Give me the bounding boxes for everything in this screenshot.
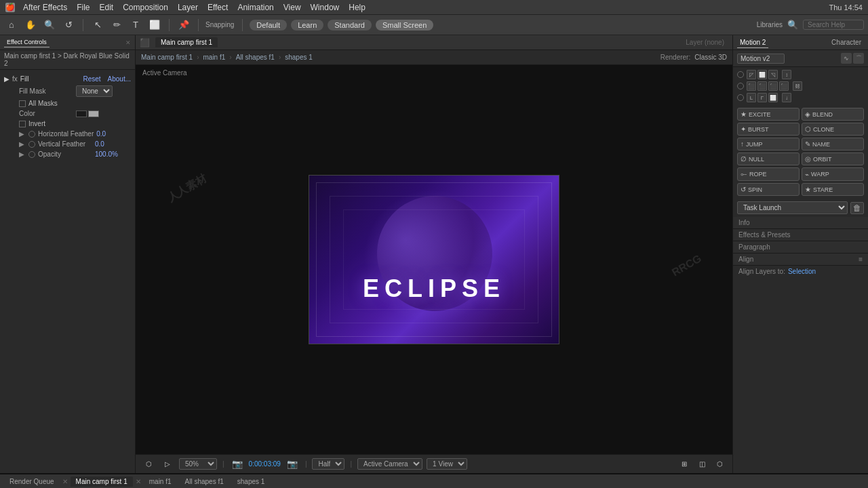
- preset-excite-btn[interactable]: ★ EXCITE: [737, 108, 800, 121]
- tl-tab-all-shapes[interactable]: All shapes f1: [180, 476, 229, 487]
- menu-window[interactable]: Window: [311, 3, 340, 12]
- nav-main-f1[interactable]: main f1: [203, 54, 225, 61]
- motion-ctrl-arrow[interactable]: ↕: [782, 70, 791, 79]
- toolbar-rotate-btn[interactable]: ↺: [61, 18, 76, 33]
- swatch-dark[interactable]: [76, 110, 87, 117]
- vc-grid-btn[interactable]: ⊞: [677, 457, 692, 472]
- vc-camera-select[interactable]: Active Camera: [357, 458, 422, 470]
- motion-ctrl-r2-3[interactable]: ⬛: [768, 81, 778, 91]
- tl-tab-main-f1[interactable]: main f1: [144, 476, 177, 487]
- menu-animation[interactable]: Animation: [237, 3, 273, 12]
- motion-wave-icon[interactable]: ⌒: [853, 53, 864, 64]
- comp-tab-main[interactable]: Main camp first 1: [155, 37, 218, 47]
- preset-jump-btn[interactable]: ↑ JUMP: [737, 138, 800, 150]
- all-masks-checkbox[interactable]: [19, 100, 26, 107]
- motion-ctrl-squaretr[interactable]: ◹: [768, 70, 778, 79]
- invert-checkbox[interactable]: [19, 121, 26, 127]
- toolbar-pin-btn[interactable]: 📌: [176, 18, 191, 33]
- toolbar-search-icon[interactable]: 🔍: [785, 18, 800, 33]
- vc-view-select[interactable]: 1 View: [427, 458, 467, 470]
- effects-presets-section[interactable]: Effects & Presets: [733, 229, 868, 241]
- reset-btn[interactable]: Reset: [83, 75, 100, 83]
- menu-composition[interactable]: Composition: [123, 3, 168, 12]
- align-menu-icon[interactable]: ≡: [859, 256, 863, 263]
- menu-effect[interactable]: Effect: [208, 3, 228, 12]
- vc-timecode[interactable]: 0:00:03:09: [249, 460, 281, 468]
- vert-feather-value[interactable]: 0.0: [95, 140, 104, 148]
- preset-name-btn[interactable]: ✎ NAME: [802, 138, 864, 150]
- task-delete-btn[interactable]: 🗑: [850, 202, 864, 214]
- horiz-feather-value[interactable]: 0.0: [96, 130, 106, 138]
- align-section[interactable]: Align ≡: [733, 253, 868, 266]
- motion-ctrl-r2-4[interactable]: ⬛: [779, 81, 789, 91]
- vc-zoom-select[interactable]: 50% 100%: [179, 458, 217, 470]
- toolbar-home-btn[interactable]: ⌂: [4, 18, 19, 33]
- nav-all-shapes[interactable]: All shapes f1: [236, 54, 275, 61]
- tab-effect-controls[interactable]: Effect Controls: [4, 37, 50, 47]
- tl-close-render[interactable]: ✕: [62, 478, 68, 485]
- preset-warp-btn[interactable]: ⌁ WARP: [802, 167, 864, 181]
- menu-file[interactable]: File: [77, 3, 90, 12]
- swatch-light[interactable]: [88, 110, 99, 117]
- radio-1-1[interactable]: [737, 71, 744, 78]
- workspace-smallscreen-btn[interactable]: Small Screen: [376, 20, 433, 30]
- color-swatch[interactable]: [76, 110, 99, 117]
- tab-character[interactable]: Character: [829, 37, 864, 47]
- motion-ctrl-r3-2[interactable]: Γ: [757, 93, 767, 102]
- preset-rope-btn[interactable]: ⟜ ROPE: [737, 167, 800, 181]
- motion-version-select[interactable]: Motion v2: [737, 54, 785, 64]
- toolbar-shape-btn[interactable]: ⬜: [147, 18, 162, 33]
- motion-ctrl-squaretl[interactable]: ◸: [747, 70, 756, 79]
- info-section[interactable]: Info: [733, 217, 868, 229]
- menu-after-effects[interactable]: After Effects: [23, 3, 67, 12]
- preset-burst-btn[interactable]: ✦ BURST: [737, 123, 800, 136]
- radio-2-1[interactable]: [737, 83, 744, 89]
- apple-logo-icon[interactable]: 🍎: [5, 3, 15, 12]
- motion-ctrl-r3-3[interactable]: ⬜: [768, 93, 778, 102]
- vc-preview-btn[interactable]: ▷: [160, 457, 175, 472]
- workspace-learn-btn[interactable]: Learn: [291, 20, 323, 30]
- motion-ctrl-squaret[interactable]: ⬜: [757, 70, 767, 79]
- opacity-value[interactable]: 100.0%: [95, 150, 118, 158]
- preset-spin-btn[interactable]: ↺ SPIN: [737, 183, 800, 196]
- close-panel-btn[interactable]: ✕: [125, 39, 131, 46]
- paragraph-section[interactable]: Paragraph: [733, 241, 868, 253]
- workspace-default-btn[interactable]: Default: [250, 20, 287, 30]
- toolbar-hand-btn[interactable]: ✋: [23, 18, 38, 33]
- tab-motion2[interactable]: Motion 2: [737, 37, 768, 48]
- preset-blend-btn[interactable]: ◈ BLEND: [802, 108, 864, 121]
- preset-orbit-btn[interactable]: ◎ ORBIT: [802, 152, 864, 165]
- preset-null-btn[interactable]: ∅ NULL: [737, 152, 800, 165]
- horiz-feather-expand[interactable]: ▶: [19, 130, 26, 138]
- nav-main-camp[interactable]: Main camp first 1: [141, 54, 193, 61]
- menu-edit[interactable]: Edit: [99, 3, 113, 12]
- tl-tab-main-camp[interactable]: Main camp first 1: [71, 476, 133, 487]
- preset-stare-btn[interactable]: ★ STARE: [802, 183, 864, 196]
- motion-ctrl-r2-2[interactable]: ⬛: [757, 81, 767, 91]
- vc-render-queue-btn[interactable]: ⬡: [141, 457, 156, 472]
- menu-view[interactable]: View: [283, 3, 301, 12]
- vc-snapshot-btn[interactable]: 📷: [285, 457, 300, 472]
- toolbar-select-btn[interactable]: ↖: [90, 18, 105, 33]
- fill-mask-select[interactable]: None: [76, 85, 113, 97]
- motion-ctrl-dropdown[interactable]: ↓: [782, 93, 791, 102]
- vc-transparency-btn[interactable]: ◫: [694, 457, 709, 472]
- menu-help[interactable]: Help: [349, 3, 366, 12]
- tl-tab-render-queue[interactable]: Render Queue: [4, 476, 60, 487]
- vc-camera-icon[interactable]: 📷: [230, 457, 245, 472]
- opacity-expand[interactable]: ▶: [19, 150, 26, 158]
- task-launch-select[interactable]: Task Launch: [737, 201, 848, 214]
- vc-quality-select[interactable]: Half Full: [312, 458, 344, 470]
- vc-3d-btn[interactable]: ⬡: [712, 457, 727, 472]
- tl-close-main[interactable]: ✕: [136, 478, 141, 485]
- menu-layer[interactable]: Layer: [178, 3, 198, 12]
- toolbar-pen-btn[interactable]: ✏: [109, 18, 124, 33]
- toolbar-zoom-btn[interactable]: 🔍: [42, 18, 57, 33]
- about-btn[interactable]: About...: [108, 75, 131, 83]
- radio-3-1[interactable]: [737, 94, 744, 101]
- motion-ctrl-r2-1[interactable]: ⬛: [747, 81, 756, 91]
- nav-shapes-1[interactable]: shapes 1: [285, 54, 313, 61]
- vert-feather-expand[interactable]: ▶: [19, 140, 26, 148]
- tl-tab-shapes1[interactable]: shapes 1: [232, 476, 271, 487]
- toolbar-text-btn[interactable]: T: [128, 18, 143, 33]
